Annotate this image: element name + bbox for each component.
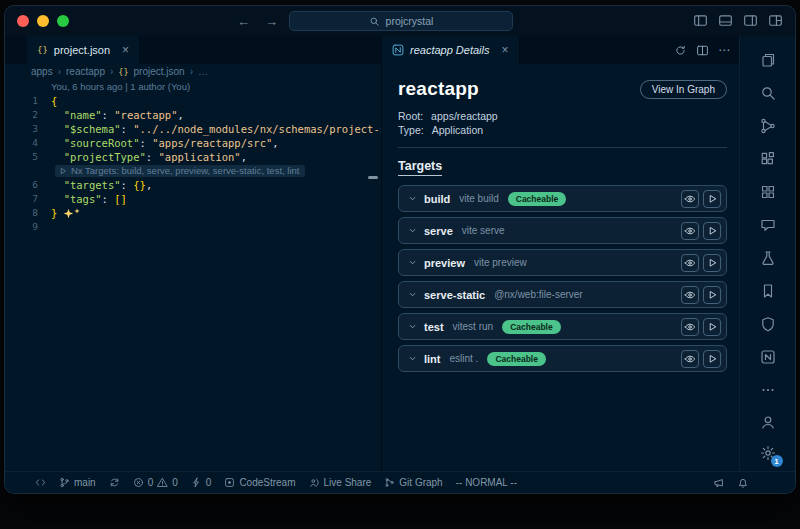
zoom-window-button[interactable] — [57, 15, 69, 27]
run-target-button[interactable] — [703, 286, 721, 304]
history-nav: ← → — [237, 14, 278, 29]
run-target-button[interactable] — [703, 190, 721, 208]
close-icon[interactable]: × — [502, 43, 509, 57]
refresh-icon[interactable] — [674, 44, 687, 57]
target-row[interactable]: lint eslint . Cacheable — [398, 345, 727, 372]
breadcrumb-item-apps[interactable]: apps — [31, 66, 53, 77]
toggle-sidebar-right-icon[interactable] — [743, 13, 758, 28]
eye-icon — [684, 225, 696, 237]
git-branch-icon — [59, 477, 70, 488]
show-target-config-button[interactable] — [681, 190, 699, 208]
toggle-sidebar-left-icon[interactable] — [693, 13, 708, 28]
nx-hint-row: Nx Targets: build, serve, preview, serve… — [5, 164, 381, 178]
run-target-button[interactable] — [703, 318, 721, 336]
activity-item-comments[interactable] — [758, 215, 778, 235]
sync-status[interactable] — [109, 477, 120, 488]
codestream-status[interactable]: CodeStream — [224, 477, 295, 488]
activity-item-more[interactable] — [758, 380, 778, 400]
activity-item-security[interactable] — [758, 314, 778, 334]
pages-icon — [760, 52, 776, 68]
scrollbar-thumb[interactable] — [368, 176, 378, 179]
chevron-down-icon[interactable] — [407, 289, 418, 300]
breadcrumb-item-reactapp[interactable]: reactapp — [66, 66, 105, 77]
back-button[interactable]: ← — [237, 14, 250, 29]
target-command: vitest run — [453, 321, 494, 332]
split-editor-icon[interactable] — [696, 44, 709, 57]
activity-item-nx-console[interactable] — [758, 347, 778, 367]
close-window-button[interactable] — [17, 15, 29, 27]
show-target-config-button[interactable] — [681, 350, 699, 368]
close-icon[interactable]: × — [122, 43, 129, 57]
activity-item-bookmarks[interactable] — [758, 281, 778, 301]
target-row[interactable]: preview vite preview — [398, 249, 727, 276]
git-branch-status[interactable]: main — [59, 477, 96, 488]
target-row[interactable]: serve vite serve — [398, 217, 727, 244]
minimize-window-button[interactable] — [37, 15, 49, 27]
editor-group-right-tabs: reactapp Details × ⋯ — [381, 36, 739, 64]
chevron-down-icon[interactable] — [407, 193, 418, 204]
remote-indicator[interactable] — [35, 477, 46, 488]
show-target-config-button[interactable] — [681, 222, 699, 240]
activity-item-extensions[interactable] — [758, 149, 778, 169]
tab-reactapp-details[interactable]: reactapp Details × — [382, 36, 520, 64]
code-row: 7 "tags": [] — [5, 192, 381, 206]
layout-controls — [693, 13, 783, 28]
more-actions-icon[interactable]: ⋯ — [718, 44, 730, 56]
json-icon: {} — [37, 45, 48, 55]
run-target-button[interactable] — [703, 254, 721, 272]
divider — [398, 147, 727, 148]
chevron-down-icon[interactable] — [407, 321, 418, 332]
activity-item-pages[interactable] — [758, 50, 778, 70]
editor-pane[interactable]: apps › reactapp › {} project.json › … Yo… — [5, 64, 381, 471]
chevron-down-icon[interactable] — [407, 353, 418, 364]
command-center-search[interactable]: projcrystal — [289, 11, 513, 31]
live-share-status[interactable]: Live Share — [309, 477, 372, 488]
gitlens-blame-text[interactable]: You, 6 hours ago | 1 author (You) — [51, 80, 190, 94]
zap-icon — [191, 477, 202, 488]
accounts-button[interactable] — [758, 412, 778, 432]
project-root-line: Root:apps/reactapp — [398, 109, 727, 123]
activity-bar-top — [758, 50, 778, 400]
targets-heading: Targets — [398, 159, 442, 176]
target-command: vite preview — [474, 257, 527, 268]
target-row[interactable]: test vitest run Cacheable — [398, 313, 727, 340]
code-token — [51, 192, 64, 206]
git-graph-status[interactable]: Git Graph — [384, 477, 442, 488]
run-target-button[interactable] — [703, 222, 721, 240]
forward-button[interactable]: → — [265, 14, 278, 29]
chevron-right-icon: › — [190, 66, 193, 77]
nx-project-details-pane[interactable]: reactapp View In Graph Root:apps/reactap… — [381, 64, 739, 471]
target-row[interactable]: serve-static @nx/web:file-server — [398, 281, 727, 308]
code-area[interactable]: You, 6 hours ago | 1 author (You)1{2 "na… — [5, 80, 381, 234]
account-icon — [760, 414, 776, 430]
nx-console-tab-icon — [392, 44, 404, 56]
sparkle-icon — [63, 208, 74, 219]
bell-icon[interactable] — [737, 477, 749, 489]
activity-item-grid[interactable] — [758, 182, 778, 202]
tab-project-json[interactable]: {} project.json × — [27, 36, 140, 64]
chevron-down-icon[interactable] — [407, 225, 418, 236]
breadcrumb-item-file[interactable]: project.json — [134, 66, 185, 77]
run-target-button[interactable] — [703, 350, 721, 368]
problems-status[interactable]: 0 0 — [133, 477, 178, 488]
megaphone-icon[interactable] — [713, 477, 725, 489]
toggle-panel-icon[interactable] — [718, 13, 733, 28]
vim-mode-indicator[interactable]: -- NORMAL -- — [456, 477, 517, 488]
show-target-config-button[interactable] — [681, 286, 699, 304]
chevron-right-icon: › — [58, 66, 61, 77]
nx-targets-hint[interactable]: Nx Targets: build, serve, preview, serve… — [55, 165, 305, 177]
show-target-config-button[interactable] — [681, 254, 699, 272]
show-target-config-button[interactable] — [681, 318, 699, 336]
customize-layout-icon[interactable] — [768, 13, 783, 28]
cacheable-badge: Cacheable — [508, 192, 567, 206]
code-row: 6 "targets": {}, — [5, 178, 381, 192]
activity-item-search[interactable] — [758, 83, 778, 103]
target-row[interactable]: build vite build Cacheable — [398, 185, 727, 212]
zap-status[interactable]: 0 — [191, 477, 212, 488]
manage-button[interactable]: 1 — [758, 443, 778, 463]
breadcrumb-trailing[interactable]: … — [198, 66, 208, 77]
chevron-down-icon[interactable] — [407, 257, 418, 268]
activity-item-testing[interactable] — [758, 248, 778, 268]
view-in-graph-button[interactable]: View In Graph — [640, 80, 727, 99]
activity-item-network[interactable] — [758, 116, 778, 136]
